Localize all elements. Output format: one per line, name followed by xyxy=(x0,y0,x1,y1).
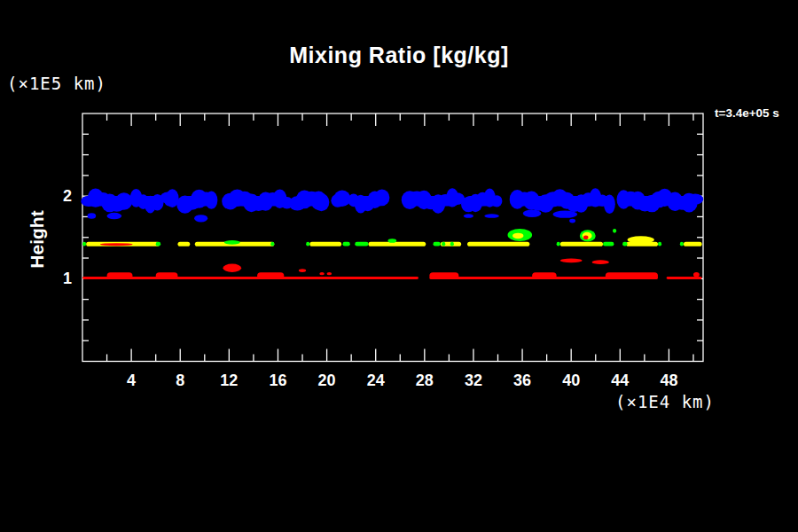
green-bump-on-band xyxy=(387,239,396,243)
red-dash-above-line xyxy=(560,259,583,263)
plot-frame xyxy=(82,113,703,362)
lower-cloud-line-red xyxy=(82,272,702,279)
x-tick-label: 12 xyxy=(220,372,238,389)
x-tick-label: 8 xyxy=(176,372,184,389)
x-tick-label: 16 xyxy=(269,372,286,389)
x-tick-label: 4 xyxy=(127,372,136,389)
red-blob-above-line xyxy=(223,264,241,272)
red-core-in-yellow-band xyxy=(100,243,133,246)
yellow-core-of-lens xyxy=(512,233,523,239)
x-tick-label: 32 xyxy=(465,372,482,389)
red-dash-above-line xyxy=(592,260,609,264)
green-patch-on-band xyxy=(224,240,240,245)
red-speck-above-line xyxy=(327,272,332,275)
green-speck xyxy=(613,229,616,233)
tick-labels: 481216202428323640444812 xyxy=(63,187,677,388)
y-tick-label: 1 xyxy=(63,270,72,287)
x-tick-label: 28 xyxy=(416,372,434,389)
yellow-bump-above-band xyxy=(628,236,654,243)
axis-ticks xyxy=(82,113,703,362)
x-tick-label: 40 xyxy=(562,372,580,389)
x-tick-label: 24 xyxy=(367,372,385,389)
x-tick-label: 20 xyxy=(318,372,336,389)
red-speck-above-line xyxy=(319,272,325,275)
y-tick-label: 2 xyxy=(63,187,72,205)
upper-cloud-band-blue xyxy=(81,188,703,223)
red-core-of-blob xyxy=(583,235,589,239)
x-tick-label: 44 xyxy=(611,372,629,389)
plot-window: Mixing Ratio [kg/kg] (×1E5 km) t=3.4e+05… xyxy=(0,0,798,532)
mixing-ratio-plot: 481216202428323640444812 xyxy=(0,0,798,532)
red-speck-above-line xyxy=(299,269,306,272)
cloud-features xyxy=(100,229,700,278)
x-tick-label: 36 xyxy=(513,372,531,389)
red-dot-right-edge xyxy=(693,272,700,278)
x-tick-label: 48 xyxy=(660,372,677,389)
